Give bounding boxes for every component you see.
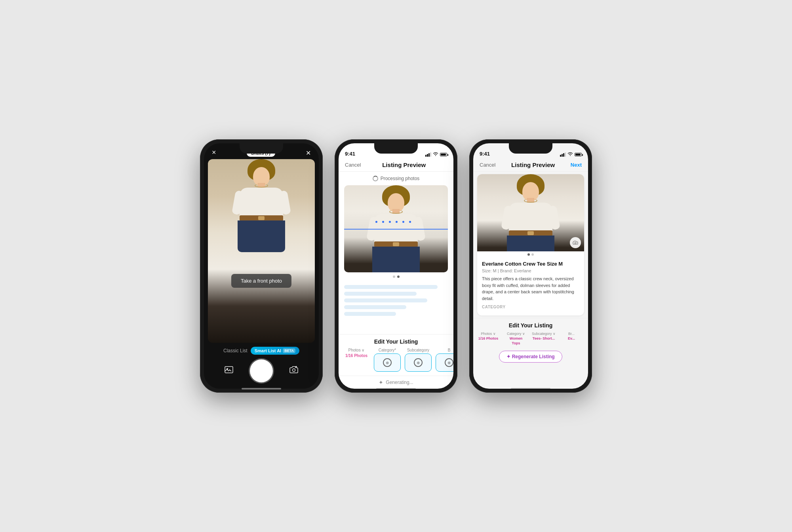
scan-dots xyxy=(375,221,438,223)
status-time: 9:41 xyxy=(345,151,355,157)
scan-dot xyxy=(402,221,404,223)
shirt-3 xyxy=(509,203,552,234)
tab3-brand-value: Ev... xyxy=(568,336,575,340)
signal-icon-3 xyxy=(560,152,566,157)
tab-category-label: Category* xyxy=(379,348,396,352)
close-icon[interactable]: × xyxy=(212,148,216,157)
svg-point-5 xyxy=(575,242,576,244)
scan-line xyxy=(344,229,448,230)
menu-icon[interactable]: ✕ xyxy=(306,149,311,157)
skeleton-line xyxy=(344,292,417,296)
phones-container: × Drafts (7) ✕ xyxy=(200,139,592,393)
svg-point-4 xyxy=(570,155,571,156)
phone-listing: 9:41 xyxy=(469,139,592,393)
tab-brand-icon: ⊕ xyxy=(445,358,453,367)
jeans-3 xyxy=(507,236,554,251)
phone-camera: × Drafts (7) ✕ xyxy=(200,139,323,393)
home-indicator-3 xyxy=(511,388,550,390)
wifi-icon-3 xyxy=(567,152,573,157)
notch xyxy=(374,143,418,154)
carousel-dot-active[interactable] xyxy=(397,276,400,278)
scan-dot xyxy=(409,221,411,223)
sparkle-icon: ✦ xyxy=(379,379,383,386)
edit-listing-title: Edit Your Listing xyxy=(339,334,453,348)
smart-list-label: Smart List AI xyxy=(255,348,281,353)
cancel-button[interactable]: Cancel xyxy=(345,162,361,168)
tab-category-box: ⊕ xyxy=(374,353,401,372)
camera-flip-icon[interactable] xyxy=(289,365,299,377)
generating-label: Generating... xyxy=(386,380,413,385)
scan-dot xyxy=(382,221,384,223)
tab3-category[interactable]: Category ∨ Women Tops xyxy=(503,332,529,345)
tab-photos-label: Photos ∨ xyxy=(348,348,365,352)
person-art xyxy=(208,159,315,343)
edit-tabs: Photos ∨ 1/16 Photos Category* ⊕ S xyxy=(339,348,453,376)
shirt-2 xyxy=(374,214,418,245)
tab-subcategory-box: ⊕ xyxy=(405,353,432,372)
shirt xyxy=(240,188,283,219)
tab3-photos-value: 1/16 Photos xyxy=(478,336,499,340)
processing-label: Processing photos xyxy=(381,176,420,181)
tab3-subcategory-label: Subcategory ∨ xyxy=(532,332,556,336)
edit-listing-title-3: Edit Your Listing xyxy=(473,318,588,332)
scan-dot xyxy=(396,221,398,223)
status-icons-3 xyxy=(560,152,582,157)
tab-photos[interactable]: Photos ∨ 1/16 Photos xyxy=(343,348,370,372)
status-time-3: 9:41 xyxy=(480,151,490,157)
camera-image: Take a front photo xyxy=(208,159,315,343)
tab-subcategory[interactable]: Subcategory ⊕ xyxy=(404,348,432,372)
home-indicator xyxy=(242,388,281,390)
take-photo-overlay: Take a front photo xyxy=(231,274,291,288)
tab3-brand-label: Br... xyxy=(568,332,575,336)
preview-image xyxy=(344,185,448,272)
skeleton-line xyxy=(344,312,396,316)
camera-badge[interactable] xyxy=(570,237,581,248)
tab3-category-sub: Tops xyxy=(512,341,520,345)
tab-subcategory-icon: ⊕ xyxy=(414,358,423,367)
person-art-3 xyxy=(477,174,584,251)
tab3-category-value: Women xyxy=(510,336,522,340)
camera-bottom: Classic List Smart List AI BETA xyxy=(204,343,319,389)
processing-bar: Processing photos xyxy=(339,172,453,185)
necklace-3 xyxy=(524,199,537,203)
next-button-3[interactable]: Next xyxy=(571,162,582,168)
skeleton-section xyxy=(339,281,453,320)
camera-controls xyxy=(204,359,319,386)
battery-icon-3 xyxy=(575,153,582,156)
listing-dots xyxy=(477,251,584,258)
belt-buckle-3 xyxy=(527,231,534,235)
tab-subcategory-label: Subcategory xyxy=(407,348,429,352)
nav-header-3: Cancel Listing Preview Next xyxy=(473,159,588,172)
edit-listing-section: Edit Your Listing Photos ∨ 1/16 Photos C… xyxy=(339,334,453,389)
listing-toggle: Classic List Smart List AI BETA xyxy=(204,347,319,355)
belt-buckle xyxy=(258,216,265,220)
tab3-photos-label: Photos ∨ xyxy=(481,332,496,336)
gallery-icon[interactable] xyxy=(224,365,234,377)
cancel-button-3[interactable]: Cancel xyxy=(480,162,495,168)
regenerate-button[interactable]: ✦ Regenerate Listing xyxy=(499,351,562,363)
jeans-2 xyxy=(372,247,420,272)
battery-icon xyxy=(440,153,447,156)
listing-dot-1[interactable] xyxy=(527,253,530,256)
tab3-subcategory-value: Tees- Short... xyxy=(533,336,555,340)
tab-photos-value: 1/16 Photos xyxy=(345,353,367,358)
nav-header: Cancel Listing Preview xyxy=(339,159,453,172)
beta-badge: BETA xyxy=(283,348,295,353)
tab3-subcategory[interactable]: Subcategory ∨ Tees- Short... xyxy=(531,332,556,345)
category-section-label: CATEGORY xyxy=(482,305,579,309)
listing-card: Everlane Cotton Crew Tee Size M Size: M … xyxy=(477,174,584,315)
tab3-brand[interactable]: Br... Ev... xyxy=(559,332,584,345)
notch xyxy=(240,143,283,154)
wifi-icon xyxy=(433,152,438,157)
tab-category[interactable]: Category* ⊕ xyxy=(373,348,401,372)
classic-list-label: Classic List xyxy=(223,348,248,353)
shutter-button[interactable] xyxy=(250,359,273,382)
carousel-dot[interactable] xyxy=(393,276,395,278)
listing-image xyxy=(477,174,584,251)
smart-list-button[interactable]: Smart List AI BETA xyxy=(251,347,299,355)
tab3-photos[interactable]: Photos ∨ 1/16 Photos xyxy=(476,332,501,345)
tab-brand[interactable]: B ⊕ xyxy=(435,348,453,372)
home-indicator-2 xyxy=(376,388,416,390)
listing-dot-2[interactable] xyxy=(531,253,534,256)
necklace xyxy=(255,184,268,188)
